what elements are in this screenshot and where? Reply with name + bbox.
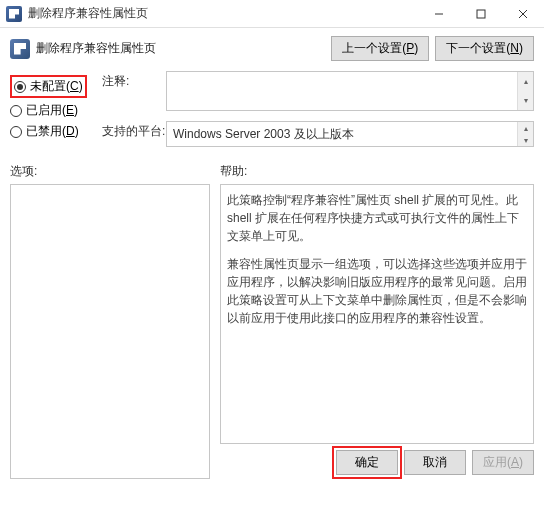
heading-text: 删除程序兼容性属性页	[36, 40, 156, 57]
radio-disabled[interactable]: 已禁用(D)	[10, 123, 90, 140]
platform-value: Windows Server 2003 及以上版本	[173, 127, 354, 141]
app-icon	[6, 6, 22, 22]
platform-label: 支持的平台:	[102, 121, 166, 140]
options-box	[10, 184, 210, 479]
help-paragraph: 兼容性属性页显示一组选项，可以选择这些选项并应用于应用程序，以解决影响旧版应用程…	[227, 255, 527, 327]
radio-indicator	[14, 81, 26, 93]
scroll-up-icon[interactable]: ▴	[517, 122, 533, 134]
ok-button[interactable]: 确定	[336, 450, 398, 475]
next-setting-button[interactable]: 下一个设置(N)	[435, 36, 534, 61]
comment-input[interactable]: ▴ ▾	[166, 71, 534, 111]
scroll-down-icon[interactable]: ▾	[517, 134, 533, 146]
window-title: 删除程序兼容性属性页	[28, 5, 418, 22]
scroll-down-icon[interactable]: ▾	[517, 91, 533, 110]
comment-label: 注释:	[102, 71, 166, 90]
cancel-button[interactable]: 取消	[404, 450, 466, 475]
supported-platform-field: Windows Server 2003 及以上版本 ▴ ▾	[166, 121, 534, 147]
help-textarea: 此策略控制“程序兼容性”属性页 shell 扩展的可见性。此 shell 扩展在…	[220, 184, 534, 444]
minimize-button[interactable]	[418, 0, 460, 27]
radio-enabled[interactable]: 已启用(E)	[10, 102, 90, 119]
options-label: 选项:	[10, 163, 210, 180]
close-button[interactable]	[502, 0, 544, 27]
radio-indicator	[10, 126, 22, 138]
radio-not-configured[interactable]: 未配置(C)	[10, 75, 90, 98]
help-paragraph: 此策略控制“程序兼容性”属性页 shell 扩展的可见性。此 shell 扩展在…	[227, 191, 527, 245]
help-label: 帮助:	[220, 163, 534, 180]
apply-button[interactable]: 应用(A)	[472, 450, 534, 475]
maximize-button[interactable]	[460, 0, 502, 27]
scroll-up-icon[interactable]: ▴	[517, 72, 533, 91]
titlebar: 删除程序兼容性属性页	[0, 0, 544, 28]
svg-rect-1	[477, 10, 485, 18]
policy-icon	[10, 39, 30, 59]
previous-setting-button[interactable]: 上一个设置(P)	[331, 36, 429, 61]
radio-indicator	[10, 105, 22, 117]
